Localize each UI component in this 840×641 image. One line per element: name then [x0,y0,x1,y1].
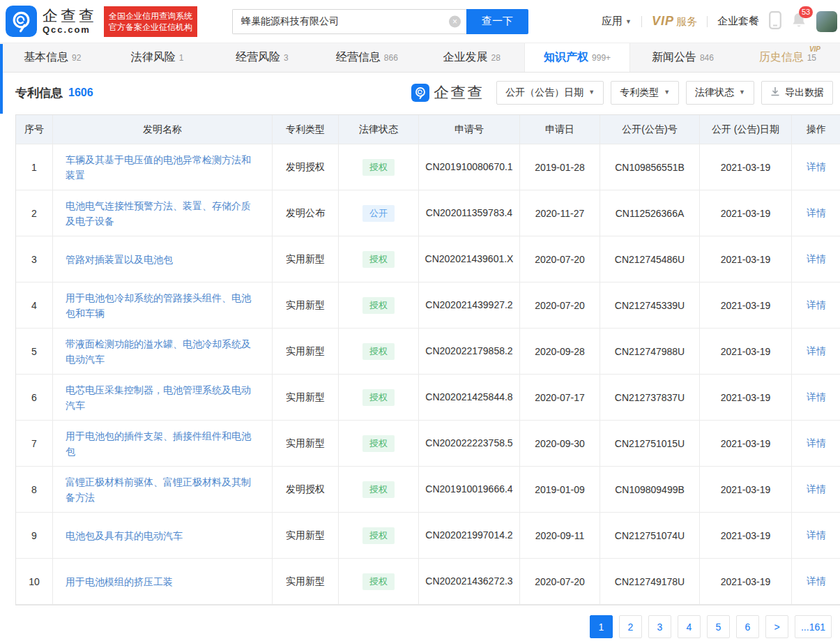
patent-name-link[interactable]: 车辆及其基于电压值的电池异常检测方法和装置 [66,152,259,183]
chevron-down-icon: ▼ [625,18,632,25]
tab-operation-info[interactable]: 经营信息866 [314,43,419,72]
search-group: × 查一下 [232,9,528,34]
apps-menu[interactable]: 应用 ▼ [602,15,632,28]
user-avatar[interactable] [816,11,837,32]
application-date-cell: 2020-07-20 [520,236,600,282]
detail-link[interactable]: 详情 [807,161,826,174]
page-button-3[interactable]: 3 [648,615,671,638]
detail-link[interactable]: 详情 [807,483,826,496]
row-index: 10 [16,559,53,605]
action-cell: 详情 [792,282,840,329]
publication-date-cell: 2021-03-19 [700,421,792,467]
chevron-down-icon: ▼ [588,89,595,96]
page-button-5[interactable]: 5 [707,615,730,638]
tab-intellectual-property[interactable]: 知识产权999+ [524,43,630,72]
detail-link[interactable]: 详情 [807,299,826,312]
detail-link[interactable]: 详情 [807,575,826,588]
qcc-patent-page: 企查查 Qcc.com 全国企业信用查询系统 官方备案企业征信机构 × 查一下 … [0,0,840,641]
detail-link[interactable]: 详情 [807,437,826,450]
application-no-cell: CN202021439927.2 [419,282,520,329]
tab-news[interactable]: 新闻公告846 [630,43,735,72]
action-cell: 详情 [792,375,840,421]
application-no-cell: CN202022179858.2 [419,329,520,375]
legal-status-filter[interactable]: 法律状态▼ [686,81,754,105]
publication-date-cell: 2021-03-19 [700,467,792,513]
row-index: 3 [16,236,53,282]
notification-bell[interactable]: 53 [791,12,807,31]
col-header-action: 操作 [792,115,840,144]
clear-search-icon[interactable]: × [449,15,461,27]
mobile-app-icon[interactable] [769,11,781,32]
chevron-down-icon: ▼ [739,89,745,96]
status-badge: 公开 [362,205,395,222]
search-input[interactable] [233,10,466,33]
last-page-button[interactable]: ...161 [795,615,832,638]
action-cell: 详情 [792,329,840,375]
patent-name-link[interactable]: 用于电池模组的挤压工装 [66,574,173,589]
action-cell: 详情 [792,421,840,467]
action-cell: 详情 [792,513,840,559]
qcc-logo-text[interactable]: 企查查 Qcc.com [43,8,97,35]
legal-status-cell: 公开 [339,190,419,236]
action-cell: 详情 [792,236,840,282]
page-button-1[interactable]: 1 [590,615,613,638]
detail-link[interactable]: 详情 [807,345,826,358]
table-body: 1 车辆及其基于电压值的电池异常检测方法和装置 发明授权 授权 CN201910… [16,144,840,605]
col-header-application-date: 申请日 [520,115,600,144]
filter-toolbar: 公开（公告）日期▼ 专利类型▼ 法律状态▼ 导出数据 [496,81,833,105]
table-header-row: 序号 发明名称 专利类型 法律状态 申请号 申请日 公开(公告)号 公开 (公告… [16,115,840,144]
patent-name-link[interactable]: 电池电气连接性预警方法、装置、存储介质及电子设备 [66,198,259,229]
action-cell: 详情 [792,190,840,236]
publication-date-cell: 2021-03-19 [700,513,792,559]
tab-legal-risk[interactable]: 法律风险1 [105,43,209,72]
tab-company-development[interactable]: 企业发展28 [420,43,524,72]
patent-type-cell: 实用新型 [273,421,339,467]
tab-basic-info[interactable]: 基本信息92 [0,43,105,72]
application-date-cell: 2020-07-17 [520,375,600,421]
patent-name-link[interactable]: 用于电池包冷却系统的管路接头组件、电池包和车辆 [66,290,259,321]
vip-service-link[interactable]: VIP 服务 [652,14,697,29]
enterprise-package-link[interactable]: 企业套餐 [717,15,759,28]
search-button[interactable]: 查一下 [466,9,528,34]
patent-name-link[interactable]: 管路对插装置以及电池包 [66,252,173,267]
status-badge: 授权 [362,527,395,544]
publication-no-cell: CN212745339U [600,282,700,329]
page-button-4[interactable]: 4 [678,615,701,638]
detail-link[interactable]: 详情 [807,529,826,542]
legal-status-cell: 授权 [339,144,419,190]
publication-date-cell: 2021-03-19 [700,375,792,421]
export-data-button[interactable]: 导出数据 [761,81,833,105]
patent-name-link[interactable]: 带液面检测功能的溢水罐、电池冷却系统及电动汽车 [66,336,259,367]
tab-operation-risk[interactable]: 经营风险3 [210,43,314,72]
next-page-button[interactable]: > [765,615,788,638]
patent-name-link[interactable]: 电池包及具有其的电动汽车 [66,528,183,543]
status-badge: 授权 [362,251,395,268]
section-title: 专利信息 [15,85,63,101]
qcc-logo-icon[interactable] [6,6,37,37]
row-index: 9 [16,513,53,559]
credit-system-badge: 全国企业信用查询系统 官方备案企业征信机构 [104,6,197,37]
table-row: 10 用于电池模组的挤压工装 实用新型 授权 CN202021436272.3 … [16,559,840,605]
patent-name-link[interactable]: 用于电池包的插件支架、插接件组件和电池包 [66,428,259,459]
detail-link[interactable]: 详情 [807,207,826,220]
patent-name-link[interactable]: 电芯电压采集控制器，电池管理系统及电动汽车 [66,382,259,413]
legal-status-cell: 授权 [339,421,419,467]
patent-type-filter[interactable]: 专利类型▼ [611,81,679,105]
patent-type-cell: 发明公布 [273,190,339,236]
page-button-2[interactable]: 2 [619,615,642,638]
detail-link[interactable]: 详情 [807,253,826,266]
patent-name-cell: 用于电池包冷却系统的管路接头组件、电池包和车辆 [53,282,273,329]
page-button-6[interactable]: 6 [736,615,759,638]
patent-name-link[interactable]: 富锂正极材料前驱体、富锂正极材料及其制备方法 [66,474,259,505]
row-index: 6 [16,375,53,421]
tab-history-info[interactable]: VIP历史信息15 [735,43,840,72]
application-date-cell: 2020-11-27 [520,190,600,236]
legal-status-cell: 授权 [339,467,419,513]
company-tabs: 基本信息92 法律风险1 经营风险3 经营信息866 企业发展28 知识产权99… [0,43,840,73]
detail-link[interactable]: 详情 [807,391,826,404]
row-index: 4 [16,282,53,329]
patent-type-cell: 发明授权 [273,144,339,190]
badge-line-1: 全国企业信用查询系统 [109,10,192,22]
row-index: 2 [16,190,53,236]
publication-date-filter[interactable]: 公开（公告）日期▼ [496,81,604,105]
